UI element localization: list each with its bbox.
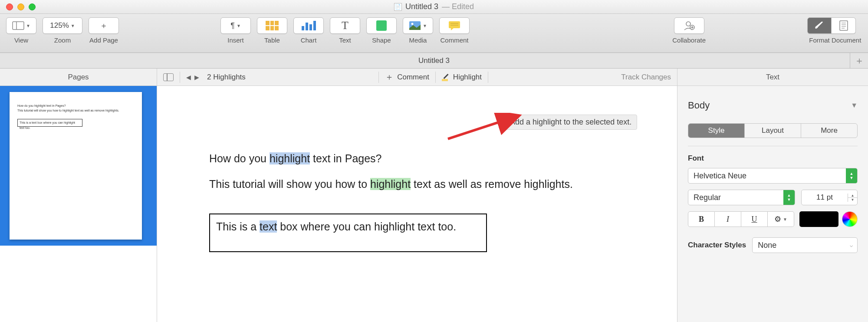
svg-rect-11	[840, 21, 848, 30]
bold-button[interactable]: B	[688, 211, 715, 227]
insert-button[interactable]: ¶ ▼	[220, 17, 251, 34]
highlighted-text: highlight	[270, 152, 310, 164]
comment-button[interactable]	[439, 17, 470, 34]
text-icon: T	[342, 19, 349, 32]
inspector-header: Text	[677, 69, 868, 86]
font-style-combo[interactable]: Regular ▲▼	[688, 190, 795, 205]
underline-button[interactable]: U	[741, 211, 768, 227]
collaborate-icon	[684, 20, 695, 31]
shape-button[interactable]	[366, 17, 397, 34]
shape-icon	[376, 20, 387, 31]
add-tab-button[interactable]: ＋	[850, 53, 868, 69]
annotation-arrow	[444, 113, 530, 143]
comment-group: Comment	[439, 17, 470, 44]
comment-button-review[interactable]: ＋ Comment	[379, 71, 435, 83]
stepper-up-icon: ▲	[848, 194, 857, 198]
chart-button[interactable]	[293, 17, 324, 34]
window-controls	[6, 3, 36, 10]
document-button[interactable]	[832, 17, 856, 34]
text-color-swatch[interactable]	[799, 211, 838, 227]
text-style-buttons: B I U ⚙▼	[688, 211, 858, 227]
insert-group: ¶ ▼ Insert	[220, 17, 251, 44]
chevron-down-icon: ⌵	[850, 242, 853, 248]
svg-point-3	[411, 23, 414, 25]
main-area: Pages How do you highlight text in Pages…	[0, 69, 868, 322]
view-button[interactable]: ▼	[6, 17, 36, 34]
page-thumbnail-selected[interactable]: How do you highlight text in Pages? This…	[0, 86, 157, 246]
format-button[interactable]	[807, 17, 832, 34]
format-doc-group: Format Document	[807, 17, 856, 44]
window-title: 📄 Untitled 3 — Edited	[394, 2, 474, 11]
paragraph-style-dropdown[interactable]: Body ▼	[688, 95, 858, 119]
text-style-more-button[interactable]: ⚙▼	[768, 211, 794, 227]
plus-icon: ＋	[385, 71, 394, 83]
stepper-control[interactable]: ▲▼	[848, 194, 857, 202]
font-size-field[interactable]: 11 pt ▲▼	[801, 190, 858, 205]
table-button[interactable]	[257, 17, 287, 34]
collaborate-label: Collaborate	[672, 36, 706, 44]
shape-group: Shape	[366, 17, 397, 44]
highlighted-text: highlight	[370, 178, 411, 190]
page-thumbnails[interactable]: How do you highlight text in Pages? This…	[0, 86, 157, 322]
review-count: 2 Highlights	[207, 73, 246, 82]
combo-stepper-icon: ▲▼	[783, 190, 795, 205]
font-family-value: Helvetica Neue	[694, 171, 746, 181]
tab-more[interactable]: More	[801, 124, 857, 138]
page-number: 1	[11, 230, 15, 238]
review-sidebar-toggle[interactable]	[157, 73, 180, 81]
add-page-button[interactable]: ＋	[89, 17, 119, 34]
text-button[interactable]: T	[330, 17, 360, 34]
media-button[interactable]: ▼	[403, 17, 433, 34]
add-page-group: ＋ Add Page	[89, 17, 119, 44]
main-toolbar: ▼ View 125% ▼ Zoom ＋ Add Page ¶ ▼ Insert…	[0, 14, 868, 53]
document-icon: 📄	[394, 3, 402, 11]
combo-stepper-icon: ▲▼	[846, 168, 857, 184]
doc-line-1[interactable]: How do you highlight text in Pages?	[209, 151, 625, 166]
comment-label: Comment	[440, 36, 468, 44]
paragraph-style-value: Body	[688, 100, 710, 111]
color-picker-button[interactable]	[842, 211, 858, 227]
italic-button[interactable]: I	[715, 211, 741, 227]
highlight-label: Highlight	[453, 73, 482, 82]
format-label: Format	[807, 36, 832, 44]
doc-line-2[interactable]: This tutorial will show you how to highl…	[209, 177, 625, 192]
highlighted-text: text	[260, 220, 277, 233]
highlight-button-review[interactable]: Highlight	[436, 73, 488, 82]
minimize-window-button[interactable]	[17, 3, 24, 10]
sidebar-icon	[163, 73, 174, 81]
zoom-label: Zoom	[54, 36, 71, 44]
review-prev-button[interactable]: ◀	[186, 74, 191, 81]
document-canvas[interactable]: Add a highlight to the selected text. Ho…	[157, 86, 677, 322]
triangle-right-icon: ▶	[194, 74, 199, 81]
close-window-button[interactable]	[6, 3, 13, 10]
text-group: T Text	[330, 17, 360, 44]
document-icon	[839, 20, 848, 31]
character-styles-value: None	[758, 241, 776, 250]
window-title-text: Untitled 3	[405, 2, 438, 11]
collaborate-button[interactable]	[674, 17, 704, 34]
table-icon	[266, 21, 279, 30]
zoom-button[interactable]: 125% ▼	[43, 17, 82, 34]
font-size-value: 11 pt	[802, 193, 848, 202]
tab-style[interactable]: Style	[688, 124, 744, 138]
shape-label: Shape	[372, 36, 391, 44]
text-box[interactable]: This is a text box where you can highlig…	[209, 214, 487, 252]
review-next-button[interactable]: ▶	[194, 74, 199, 81]
triangle-left-icon: ◀	[186, 74, 191, 81]
table-label: Table	[264, 36, 280, 44]
zoom-window-button[interactable]	[29, 3, 36, 10]
review-bar: ◀ ▶ 2 Highlights ＋ Comment Highlight Tra…	[157, 69, 677, 86]
svg-rect-4	[449, 21, 460, 28]
zoom-group: 125% ▼ Zoom	[43, 17, 82, 44]
table-group: Table	[257, 17, 287, 44]
comment-label: Comment	[397, 73, 429, 82]
plus-icon: ＋	[855, 54, 864, 67]
tab-layout[interactable]: Layout	[744, 124, 801, 138]
tab-name[interactable]: Untitled 3	[418, 56, 450, 65]
character-styles-combo[interactable]: None ⌵	[752, 237, 858, 253]
character-styles-label: Character Styles	[688, 241, 746, 250]
track-changes-label: Track Changes	[621, 73, 671, 82]
track-changes-button[interactable]: Track Changes	[615, 73, 677, 82]
svg-rect-0	[13, 22, 24, 30]
font-family-combo[interactable]: Helvetica Neue ▲▼	[688, 168, 858, 184]
